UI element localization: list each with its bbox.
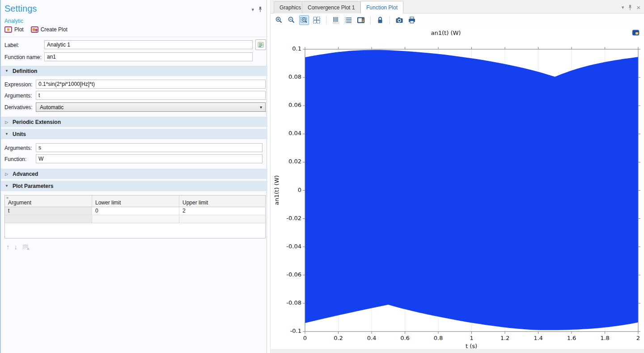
zoom-box-icon[interactable] [299, 15, 309, 25]
section-expanded-icon: ▼ [1, 184, 13, 188]
plot-parameters-table: » Argument Lower limit Upper limit t 0 2 [4, 195, 266, 238]
expand-columns-icon[interactable]: » [6, 196, 8, 200]
function-plot[interactable] [302, 46, 641, 335]
expression-input[interactable] [36, 80, 266, 89]
image-snapshot-icon[interactable] [394, 15, 404, 25]
table-row: t 0 2 [5, 207, 265, 215]
create-plot-button[interactable]: Create Plot [31, 26, 68, 33]
section-units-header[interactable]: ▼ Units [1, 129, 268, 139]
label-input[interactable] [44, 40, 253, 49]
y-tick-label: 0.1 [292, 45, 301, 52]
cell-empty[interactable] [179, 215, 265, 223]
panel-splitter[interactable] [267, 0, 271, 353]
cell-empty[interactable] [92, 215, 179, 223]
y-tick-label: -0.06 [286, 271, 301, 278]
y-tick-label: -0.08 [286, 299, 301, 306]
create-plot-icon [31, 26, 38, 33]
section-expanded-icon: ▼ [1, 132, 13, 136]
y-tick-label: -0.04 [286, 243, 301, 250]
plot-icon [4, 26, 12, 33]
panel-menu-caret-icon[interactable]: ▾ [251, 7, 254, 13]
rename-note-button[interactable] [255, 39, 266, 50]
cell-lower-limit[interactable]: 0 [92, 207, 179, 215]
cell-argument[interactable]: t [5, 207, 92, 215]
zoom-extents-icon[interactable] [312, 15, 322, 25]
delete-row-icon[interactable] [22, 244, 30, 250]
sine-band-series [305, 50, 638, 330]
derivatives-field-label: Derivatives: [4, 104, 33, 111]
section-periodic-extension-header[interactable]: ▷ Periodic Extension [1, 117, 268, 127]
graphics-tabbar: Graphics Convergence Plot 1 Function Plo… [271, 0, 644, 13]
units-function-input[interactable] [36, 154, 263, 163]
zoom-out-icon[interactable] [287, 15, 297, 25]
section-advanced-header[interactable]: ▷ Advanced [1, 169, 268, 179]
plot-button[interactable]: Plot [4, 26, 24, 33]
label-field-label: Label: [4, 42, 19, 48]
units-function-field-label: Function: [4, 156, 26, 162]
derivatives-select[interactable]: Automatic ▾ [36, 102, 266, 112]
x-tick-label: 0.2 [327, 335, 350, 341]
y-tick-label: 0 [298, 187, 301, 193]
x-tick-label: 1.2 [494, 335, 516, 341]
zoom-in-icon[interactable] [274, 15, 284, 25]
y-tick-label: 0.02 [288, 158, 301, 165]
pin-icon[interactable] [258, 6, 263, 13]
x-tick-label: 0 [294, 335, 316, 341]
graphics-panel: Graphics Convergence Plot 1 Function Plo… [271, 0, 644, 353]
y-axis-title: an1(t) (W) [273, 175, 280, 205]
x-tick-label: 1.8 [594, 335, 616, 341]
x-tick-label: 1 [461, 335, 483, 341]
cell-upper-limit[interactable]: 2 [179, 207, 265, 215]
table-header-upper-limit[interactable]: Upper limit [179, 196, 265, 207]
y-tick-label: -0.02 [286, 215, 301, 221]
section-expanded-icon: ▼ [1, 69, 13, 73]
function-name-field-label: Function name: [4, 54, 42, 60]
x-axis-title: t (s) [404, 343, 538, 349]
move-up-button[interactable]: ↑ [6, 243, 10, 251]
table-row-empty [5, 215, 265, 223]
move-down-button[interactable]: ↓ [14, 243, 18, 251]
table-header-row: » Argument Lower limit Upper limit [5, 196, 265, 207]
table-header-lower-limit[interactable]: Lower limit [92, 196, 179, 207]
settings-panel-title: Settings [4, 4, 37, 14]
settings-node-link[interactable]: Analytic [4, 18, 23, 24]
section-plot-parameters-header[interactable]: ▼ Plot Parameters [1, 181, 268, 191]
plot-group-icon[interactable] [632, 30, 640, 38]
units-arguments-input[interactable] [36, 143, 263, 152]
x-tick-label: 1.4 [527, 335, 550, 341]
print-icon[interactable] [407, 15, 417, 25]
y-tick-label: 0.06 [288, 102, 301, 108]
section-definition-header[interactable]: ▼ Definition [1, 66, 268, 76]
section-collapsed-icon: ▷ [1, 120, 13, 124]
settings-panel: Settings ▾ Analytic Plot Create Plot Lab… [0, 0, 267, 353]
window-edge [271, 349, 644, 353]
note-icon [257, 41, 264, 48]
tab-menu-caret-icon[interactable]: ▾ [622, 4, 624, 10]
x-tick-label: 0.6 [394, 335, 416, 341]
select-caret-icon: ▾ [260, 105, 262, 110]
color-legend-icon[interactable] [356, 15, 366, 25]
tab-function-plot[interactable]: Function Plot [360, 1, 403, 13]
y-tick-label: 0.08 [288, 73, 301, 80]
arguments-input[interactable] [36, 91, 266, 100]
table-header-argument[interactable]: » Argument [5, 196, 92, 207]
lock-axes-icon[interactable] [375, 15, 385, 25]
x-tick-label: 1.6 [560, 335, 583, 341]
grid-settings-icon[interactable] [343, 15, 353, 25]
x-tick-label: 2 [627, 335, 644, 341]
pin-icon[interactable] [627, 4, 633, 11]
y-tick-label: -0.1 [290, 327, 301, 334]
x-tick-label: 0.8 [427, 335, 449, 341]
close-icon[interactable]: × [636, 4, 640, 11]
arguments-field-label: Arguments: [4, 93, 32, 99]
y-tick-label: 0.04 [288, 130, 301, 136]
expression-field-label: Expression: [4, 81, 33, 88]
x-tick-label: 0.4 [360, 335, 383, 341]
cell-empty[interactable] [5, 215, 92, 223]
section-collapsed-icon: ▷ [1, 172, 13, 176]
graphics-toolbar [271, 13, 644, 27]
y-axis-settings-icon[interactable] [331, 15, 341, 25]
comsol-window: Settings ▾ Analytic Plot Create Plot Lab… [0, 0, 644, 353]
function-name-input[interactable] [44, 52, 253, 61]
tab-convergence-plot-1[interactable]: Convergence Plot 1 [302, 1, 360, 13]
